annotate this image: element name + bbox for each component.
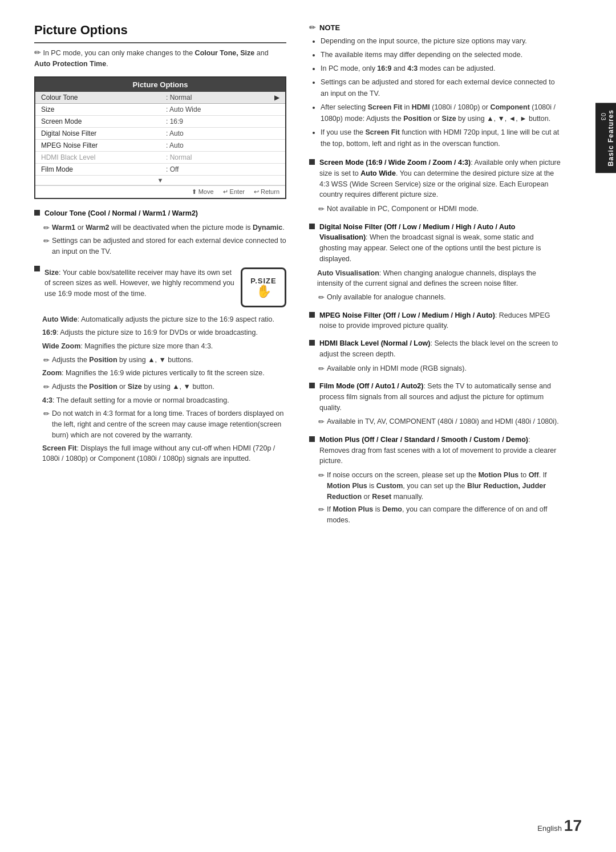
mpeg-noise-text: MPEG Noise Filter (Off / Low / Medium / … xyxy=(319,310,561,332)
digital-noise-sub1: ✏ Only available for analogue channels. xyxy=(318,292,561,303)
pencil-icon: ✏ xyxy=(43,382,50,393)
main-content: Picture Options ✏ In PC mode, you can on… xyxy=(0,0,595,852)
4-3-sub: ✏ Do not watch in 4:3 format for a long … xyxy=(43,408,286,440)
bullet-icon xyxy=(309,312,315,318)
pencil-icon: ✏ xyxy=(34,48,41,57)
page-title: Picture Options xyxy=(34,23,286,43)
page-container: 03 Basic Features Picture Options ✏ In P… xyxy=(0,0,616,852)
intro-text: ✏ In PC mode, you can only make changes … xyxy=(34,47,286,70)
screen-mode-bullet: Screen Mode (16:9 / Wide Zoom / Zoom / 4… xyxy=(309,157,561,200)
motion-plus-bullet: Motion Plus (Off / Clear / Standard / Sm… xyxy=(309,435,561,466)
list-item: The available items may differ depending… xyxy=(321,49,561,60)
table-cell-arrow xyxy=(269,163,285,175)
pencil-icon: ✏ xyxy=(309,23,316,32)
pencil-icon: ✏ xyxy=(43,236,50,257)
table-row: Digital Noise Filter : Auto xyxy=(35,127,285,139)
motion-plus-sub2-text: If Motion Plus is Demo, you can compare … xyxy=(327,504,561,526)
table-row: Film Mode : Off xyxy=(35,163,285,175)
pencil-icon: ✏ xyxy=(318,504,325,526)
screen-fit-text: Screen Fit: Displays the full image with… xyxy=(42,443,286,465)
wide-zoom-text: Wide Zoom: Magnifies the picture size mo… xyxy=(42,341,286,352)
table-footer-move: ⬆ Move xyxy=(192,188,214,196)
zoom-text: Zoom: Magnifies the 16:9 wide pictures v… xyxy=(42,368,286,379)
table-cell-arrow xyxy=(269,151,285,163)
pencil-icon: ✏ xyxy=(318,416,325,428)
pencil-icon: ✏ xyxy=(318,470,325,502)
motion-plus-section: Motion Plus (Off / Clear / Standard / Sm… xyxy=(309,435,561,526)
list-item: Depending on the input source, the pictu… xyxy=(321,35,561,47)
table-cell-label: MPEG Noise Filter xyxy=(35,139,160,151)
pencil-icon: ✏ xyxy=(318,292,325,303)
table-cell-arrow xyxy=(269,103,285,115)
bullet-icon xyxy=(34,266,40,271)
digital-noise-text: Digital Noise Filter (Off / Low / Medium… xyxy=(319,222,561,265)
note-header: ✏ NOTE xyxy=(309,23,561,32)
table-cell-value: : Auto xyxy=(160,127,269,139)
side-tab-number: 03 xyxy=(600,113,607,166)
hdmi-black-section: HDMI Black Level (Normal / Low): Selects… xyxy=(309,338,561,374)
screen-mode-text: Screen Mode (16:9 / Wide Zoom / Zoom / 4… xyxy=(319,157,561,200)
pencil-icon: ✏ xyxy=(318,363,325,375)
motion-plus-sub1-text: If noise occurs on the screen, please se… xyxy=(327,470,561,502)
film-mode-sub1: ✏ Available in TV, AV, COMPONENT (480i /… xyxy=(318,416,561,428)
table-cell-label: Colour Tone xyxy=(35,92,160,104)
list-item: If you use the Screen Fit function with … xyxy=(321,127,561,149)
table-row: ▼ xyxy=(35,175,285,185)
pencil-icon: ✏ xyxy=(43,222,50,234)
page-label: English xyxy=(537,824,562,833)
table-cell-arrow xyxy=(269,115,285,127)
mpeg-noise-bullet: MPEG Noise Filter (Off / Low / Medium / … xyxy=(309,310,561,332)
colour-tone-sub2: ✏ Settings can be adjusted and stored fo… xyxy=(43,236,286,257)
table-cell-value: : Normal xyxy=(160,92,269,104)
table-footer: ⬆ Move ↵ Enter ↩ Return xyxy=(35,185,285,198)
table-cell-value: : 16:9 xyxy=(160,115,269,127)
table-footer-enter: ↵ Enter xyxy=(223,188,245,196)
4-3-sub-text: Do not watch in 4:3 format for a long ti… xyxy=(52,408,286,440)
bullet-icon xyxy=(309,159,315,165)
note-title: NOTE xyxy=(319,23,340,32)
page-number: 17 xyxy=(564,817,582,834)
colour-tone-section: Colour Tone (Cool / Normal / Warm1 / War… xyxy=(34,208,286,257)
psize-hand-icon: ✋ xyxy=(256,285,271,298)
colour-tone-sub2-text: Settings can be adjusted and stored for … xyxy=(52,236,286,257)
film-mode-bullet: Film Mode (Off / Auto1 / Auto2): Sets th… xyxy=(309,381,561,413)
digital-noise-sub1-text: Only available for analogue channels. xyxy=(327,292,445,303)
colour-tone-bullet: Colour Tone (Cool / Normal / Warm1 / War… xyxy=(34,208,286,219)
mpeg-noise-section: MPEG Noise Filter (Off / Low / Medium / … xyxy=(309,310,561,332)
table-footer-return: ↩ Return xyxy=(254,188,279,196)
hdmi-black-sub1: ✏ Available only in HDMI mode (RGB signa… xyxy=(318,363,561,375)
zoom-sub: ✏ Adjusts the Position or Size by using … xyxy=(43,382,286,393)
hdmi-black-text: HDMI Black Level (Normal / Low): Selects… xyxy=(319,338,561,360)
side-tab: 03 Basic Features xyxy=(595,103,616,173)
psize-badge: P.SIZE ✋ xyxy=(241,267,286,307)
bullet-icon xyxy=(309,383,315,388)
screen-mode-sub1-text: Not available in PC, Component or HDMI m… xyxy=(327,204,479,215)
size-section: Size: Your cable box/satellite receiver … xyxy=(34,264,286,465)
auto-wide-text: Auto Wide: Automatically adjusts the pic… xyxy=(42,314,286,325)
options-table: Colour Tone : Normal ▶ Size : Auto Wide … xyxy=(35,92,285,185)
bullet-icon xyxy=(309,224,315,229)
table-row: Screen Mode : 16:9 xyxy=(35,115,285,127)
size-bullet: Size: Your cable box/satellite receiver … xyxy=(34,264,286,311)
motion-plus-text: Motion Plus (Off / Clear / Standard / Sm… xyxy=(319,435,561,466)
table-row: HDMI Black Level : Normal xyxy=(35,151,285,163)
film-mode-sub1-text: Available in TV, AV, COMPONENT (480i / 1… xyxy=(327,416,559,428)
table-row: MPEG Noise Filter : Auto xyxy=(35,139,285,151)
motion-plus-sub2: ✏ If Motion Plus is Demo, you can compar… xyxy=(318,504,561,526)
list-item: After selecting Screen Fit in HDMI (1080… xyxy=(321,102,561,124)
list-item: In PC mode, only 16:9 and 4:3 modes can … xyxy=(321,63,561,74)
right-column: ✏ NOTE Depending on the input source, th… xyxy=(309,23,561,818)
zoom-sub-text: Adjusts the Position or Size by using ▲,… xyxy=(52,382,214,393)
16-9-text: 16:9: Adjusts the picture size to 16:9 f… xyxy=(42,327,286,338)
table-cell-value: : Auto Wide xyxy=(160,103,269,115)
note-list: Depending on the input source, the pictu… xyxy=(309,35,561,149)
table-cell-label: Screen Mode xyxy=(35,115,160,127)
colour-tone-title: Colour Tone (Cool / Normal / Warm1 / War… xyxy=(44,208,198,219)
table-cell-label: HDMI Black Level xyxy=(35,151,160,163)
left-column: Picture Options ✏ In PC mode, you can on… xyxy=(34,23,286,818)
table-row: Colour Tone : Normal ▶ xyxy=(35,92,285,104)
side-tab-text: Basic Features xyxy=(607,109,615,166)
table-cell-value: : Auto xyxy=(160,139,269,151)
size-text: Size: Your cable box/satellite receiver … xyxy=(44,267,235,307)
table-cell-arrow xyxy=(269,139,285,151)
